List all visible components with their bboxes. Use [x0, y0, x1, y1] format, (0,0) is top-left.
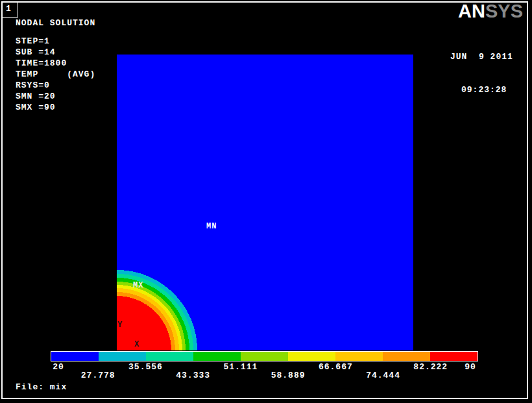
solution-info-line: SMX =90: [16, 102, 95, 113]
ansys-logo: ANSYS: [458, 2, 523, 21]
timestamp-block: JUN 9 2011 09:23:28: [450, 29, 513, 106]
legend-color-segment: [383, 352, 430, 361]
contour-plot: MN MX Y X: [117, 55, 413, 350]
solution-info-lines: STEP=1SUB =14TIME=1800TEMP (AVG)RSYS=0SM…: [16, 36, 95, 113]
legend-tick-label: 74.444: [366, 371, 400, 380]
min-node-marker: MN: [206, 222, 217, 231]
date-text: JUN 9 2011: [450, 51, 513, 62]
legend-tick-label: 43.333: [176, 371, 210, 380]
solution-title: NODAL SOLUTION: [16, 18, 95, 28]
legend-color-segment: [193, 352, 241, 361]
legend-color-segment: [430, 352, 478, 361]
solution-info-line: TEMP (AVG): [16, 69, 95, 80]
legend-tick-label: 20: [53, 362, 64, 372]
legend-tick-label: 66.667: [319, 362, 353, 372]
legend-tick-label: 27.778: [81, 371, 115, 380]
legend-color-segment: [288, 352, 335, 361]
legend-tick-labels: 2027.77835.55643.33351.11158.88966.66774…: [51, 361, 478, 381]
legend-color-segment: [99, 352, 146, 361]
legend-color-segment: [51, 352, 99, 361]
legend-color-bar: [51, 351, 478, 361]
x-axis-label: X: [134, 340, 139, 349]
ansys-logo-sys: SYS: [485, 1, 523, 21]
legend-tick-label: 35.556: [128, 362, 163, 372]
solution-info-line: STEP=1: [16, 36, 95, 47]
solution-info-line: RSYS=0: [16, 80, 95, 91]
max-node-marker: MX: [133, 281, 143, 290]
solution-info-block: NODAL SOLUTION STEP=1SUB =14TIME=1800TEM…: [16, 18, 95, 113]
contour-legend: 2027.77835.55643.33351.11158.88966.66774…: [51, 351, 478, 381]
legend-tick-label: 58.889: [271, 371, 306, 380]
legend-color-segment: [241, 352, 288, 361]
legend-tick-label: 51.111: [223, 362, 258, 372]
solution-info-line: SMN =20: [16, 91, 95, 102]
y-axis-label: Y: [117, 321, 123, 330]
time-text: 09:23:28: [450, 84, 513, 95]
window-number: 1: [6, 4, 11, 14]
solution-info-line: TIME=1800: [16, 58, 95, 69]
legend-color-segment: [146, 352, 193, 361]
file-name-label: File: mix: [16, 382, 67, 392]
legend-tick-label: 82.222: [413, 362, 448, 372]
solution-info-line: SUB =14: [16, 47, 95, 58]
legend-color-segment: [335, 352, 383, 361]
ansys-logo-an: AN: [458, 1, 485, 21]
window-number-box: 1: [3, 3, 18, 18]
legend-tick-label: 90: [465, 362, 476, 372]
